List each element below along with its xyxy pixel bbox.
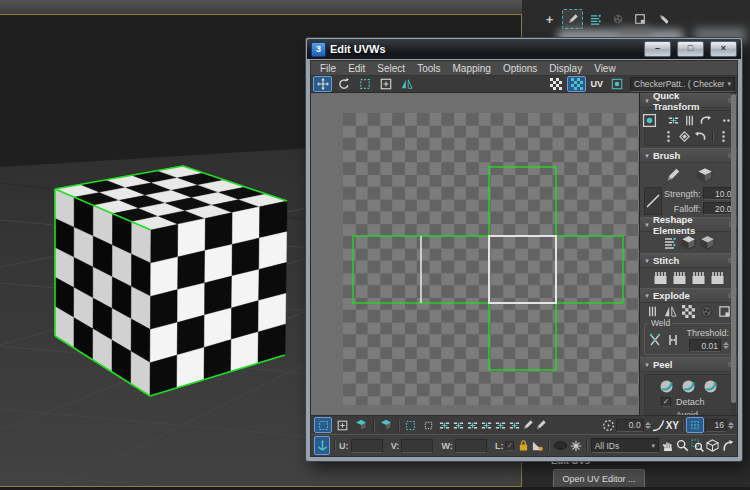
menu-edit[interactable]: Edit [342,63,371,74]
open-uv-editor-button[interactable]: Open UV Editor ... [553,469,645,488]
strength-field[interactable]: 10.0 [703,187,735,200]
w-field[interactable] [455,439,487,453]
rollout-quick-transform[interactable]: ▼ Quick Transform [640,93,737,108]
align-tools-icon-4[interactable] [480,419,493,432]
rollout-reshape-elements[interactable]: ▼ Reshape Elements [640,217,737,232]
lock-checkbox[interactable]: ✓ [505,441,514,451]
uv-selected-face-outline[interactable] [489,236,556,303]
zoom-region-icon[interactable] [691,439,704,452]
soft-selection-icon[interactable] [602,419,615,432]
relax-rows-icon[interactable] [663,236,677,250]
align-tools-icon-1[interactable] [438,419,451,432]
rotate-cw-icon[interactable] [694,130,707,143]
align-dots-vertical-icon[interactable] [717,130,730,143]
lock-selection-icon[interactable] [518,439,529,452]
uv-shell-overlay[interactable] [311,93,639,415]
rollout-explode[interactable]: ▼ Explode [640,288,737,303]
stitch-custom-icon[interactable] [653,271,668,285]
rollout-peel[interactable]: ▼ Peel [640,357,737,372]
align-vertical-icon[interactable] [662,130,675,143]
soft-selection-spinner[interactable] [645,422,651,429]
scale-tool-button[interactable] [355,76,374,92]
pen-tool-icon-1[interactable] [522,419,534,431]
pattern-options-icon[interactable] [607,76,626,92]
texture-selector-dropdown[interactable]: CheckerPatt.. ( Checker ) ▾ [630,77,735,92]
move-tool-button[interactable] [313,76,332,92]
hierarchy-tab-icon[interactable] [586,10,605,28]
vertex-mode-button[interactable] [314,417,332,433]
flatten-by-smoothing-icon[interactable] [682,305,695,318]
threshold-spinner[interactable] [723,342,729,349]
zoom-to-gizmo-icon[interactable] [721,439,734,452]
target-weld-icon[interactable] [666,333,680,347]
close-button[interactable]: × [710,41,737,57]
preview-ellipse-icon[interactable] [553,440,568,451]
menu-display[interactable]: Display [543,63,588,74]
align-tools-icon-2[interactable] [452,419,465,432]
align-horizontal-icon[interactable] [667,114,680,127]
straighten-element-icon[interactable] [681,235,696,250]
show-map-toggle[interactable] [546,76,565,92]
grid-size-field[interactable]: 16 [705,419,727,432]
menu-options[interactable]: Options [497,63,543,74]
grid-size-spinner[interactable] [728,422,734,429]
linear-align-icon[interactable] [678,130,691,143]
peel-reset-icon[interactable] [703,379,718,394]
align-tools-icon-6[interactable] [508,419,521,432]
space-vertical-icon[interactable] [683,114,696,127]
detach-checkbox[interactable]: ✓ [661,397,671,407]
rollout-stitch[interactable]: ▼ Stitch [640,253,737,268]
utilities-tab-icon[interactable] [652,10,671,28]
threshold-field[interactable]: 0.01 [689,339,721,352]
absolute-mode-button[interactable] [314,436,330,455]
stitch-to-average-icon[interactable] [691,271,706,285]
break-icon[interactable] [646,305,659,318]
uv-bottom-face-outline[interactable] [489,303,556,370]
element-mode-button[interactable] [377,417,395,433]
align-tools-icon-3[interactable] [466,419,479,432]
rollout-brush[interactable]: ▼ Brush [640,148,737,163]
pen-tool-icon-2[interactable] [535,419,547,431]
stitch-to-target-icon[interactable] [672,271,687,285]
rectangularize-icon[interactable] [700,235,715,250]
window-titlebar[interactable]: 3 Edit UVWs – □ × [307,39,741,59]
menu-select[interactable]: Select [371,63,411,74]
weld-selected-icon[interactable] [648,333,662,347]
flatten-by-face-icon[interactable] [718,305,731,318]
show-checker-tiling-toggle[interactable] [567,76,586,92]
relax-brush-icon[interactable] [697,167,713,183]
falloff-curve-preview[interactable] [644,187,662,215]
maximize-button[interactable]: □ [677,41,704,57]
menu-file[interactable]: File [314,63,342,74]
stitch-to-source-icon[interactable] [710,271,725,285]
scrollbar-thumb[interactable] [731,94,736,403]
create-tab-icon[interactable]: + [540,10,559,28]
minimize-button[interactable]: – [644,41,671,57]
grid-snap-button[interactable] [686,417,704,433]
fill-mode-icon[interactable] [531,439,544,452]
soft-selection-value-field[interactable]: 0.0 [616,419,644,432]
snap-settings-icon[interactable] [642,113,657,128]
zoom-icon[interactable] [676,439,689,452]
zoom-extents-icon[interactable] [706,439,719,452]
uv-editor-canvas[interactable] [311,93,640,415]
quick-peel-icon[interactable] [659,379,674,394]
rotate-ccw-icon[interactable] [699,114,712,127]
pan-hand-icon[interactable] [661,439,674,452]
uv-space-button[interactable]: UV [588,79,605,89]
face-mode-button[interactable] [352,417,370,433]
grow-selection-button[interactable] [402,417,419,433]
menu-mapping[interactable]: Mapping [447,63,497,74]
peel-mode-icon[interactable] [681,379,696,394]
menu-tools[interactable]: Tools [411,63,446,74]
uv-top-face-outline[interactable] [489,167,556,236]
material-id-dropdown[interactable]: All IDs ▾ [591,438,659,453]
mirror-tool-button[interactable] [397,76,416,92]
freeze-icon[interactable] [570,440,582,452]
rotate-tool-button[interactable] [334,76,353,92]
falloff-curve-icon[interactable] [652,419,665,432]
xy-space-button[interactable]: XY [666,420,679,431]
u-field[interactable] [351,439,383,453]
align-tools-icon-5[interactable] [494,419,507,432]
modify-tab-icon[interactable] [562,9,583,29]
